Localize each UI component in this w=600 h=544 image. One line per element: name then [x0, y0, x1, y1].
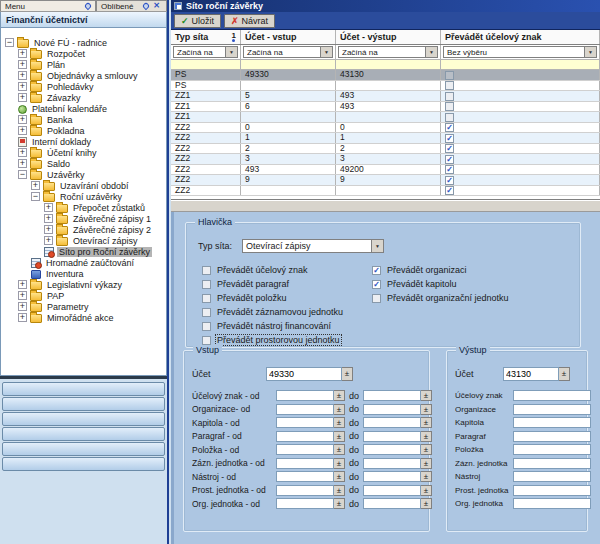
tree-item[interactable]: + Závěrečné zápisy 1: [1, 213, 166, 224]
spinner-button[interactable]: ±: [421, 390, 432, 401]
checkbox-item[interactable]: Převádět prostorovou jednotku: [202, 333, 344, 347]
checkbox-box[interactable]: [202, 280, 211, 289]
to-input[interactable]: [363, 458, 421, 469]
chevron-down-icon[interactable]: ▼: [425, 47, 437, 57]
table-row[interactable]: ZZ2 9 9 ✓: [171, 175, 600, 186]
tree-item[interactable]: Interní doklady: [1, 136, 166, 147]
new-row-entry[interactable]: [171, 60, 600, 70]
from-input[interactable]: [276, 444, 334, 455]
table-row[interactable]: ZZ1 5 493: [171, 91, 600, 102]
table-row[interactable]: ZZ2 2 2 ✓: [171, 144, 600, 155]
ucet-vstup-input[interactable]: [266, 367, 342, 381]
from-input[interactable]: [276, 417, 334, 428]
row-checkbox[interactable]: [445, 81, 454, 90]
from-input[interactable]: [276, 458, 334, 469]
spinner-button[interactable]: ±: [421, 498, 432, 509]
tree-item[interactable]: + Plán: [1, 59, 166, 70]
spinner-button[interactable]: ±: [334, 390, 345, 401]
pin-icon[interactable]: [142, 2, 150, 10]
value-input[interactable]: [513, 417, 591, 428]
tree-expander[interactable]: +: [18, 126, 27, 135]
spinner-button[interactable]: ±: [334, 444, 345, 455]
checkbox-box[interactable]: [372, 294, 381, 303]
tree-item[interactable]: + Závazky: [1, 92, 166, 103]
pin-icon[interactable]: [84, 2, 92, 10]
tree-item[interactable]: + Rozpočet: [1, 48, 166, 59]
tree-expander[interactable]: +: [18, 280, 27, 289]
horizontal-splitter[interactable]: [171, 200, 600, 212]
tree-expander[interactable]: +: [18, 159, 27, 168]
checkbox-box[interactable]: ✓: [372, 280, 381, 289]
from-input[interactable]: [276, 485, 334, 496]
checkbox-box[interactable]: [202, 294, 211, 303]
table-row[interactable]: ZZ2 3 3 ✓: [171, 154, 600, 165]
row-checkbox[interactable]: ✓: [445, 176, 454, 185]
close-icon[interactable]: ✕: [151, 2, 162, 10]
module-button[interactable]: [2, 442, 165, 456]
checkbox-item[interactable]: ✓ Převádět kapitolu: [372, 277, 510, 291]
tree-item[interactable]: + Přepočet zůstatků: [1, 202, 166, 213]
tree-expander[interactable]: −: [31, 192, 40, 201]
row-checkbox[interactable]: [445, 113, 454, 122]
row-checkbox[interactable]: ✓: [445, 134, 454, 143]
tree-expander[interactable]: +: [18, 291, 27, 300]
tree-item[interactable]: Inventura: [1, 268, 166, 279]
tree-expander[interactable]: +: [18, 82, 27, 91]
tree-item[interactable]: + Objednávky a smlouvy: [1, 70, 166, 81]
checkbox-box[interactable]: [202, 336, 211, 345]
from-input[interactable]: [276, 390, 334, 401]
filter-combo-vystup[interactable]: Začíná na▼: [338, 46, 438, 58]
table-row[interactable]: PS 49330 43130: [171, 70, 600, 81]
filter-combo-typ[interactable]: Začíná na▼: [173, 46, 238, 58]
to-input[interactable]: [363, 485, 421, 496]
row-checkbox[interactable]: [445, 92, 454, 101]
table-row[interactable]: ZZ2 1 1 ✓: [171, 133, 600, 144]
module-button[interactable]: [2, 427, 165, 441]
tree-item[interactable]: + Pokladna: [1, 125, 166, 136]
tree-item[interactable]: + Uzavírání období: [1, 180, 166, 191]
to-input[interactable]: [363, 390, 421, 401]
to-input[interactable]: [363, 417, 421, 428]
tree-expander[interactable]: +: [18, 60, 27, 69]
tree-expander[interactable]: +: [18, 302, 27, 311]
to-input[interactable]: [363, 471, 421, 482]
table-row[interactable]: ZZ2 493 49200 ✓: [171, 165, 600, 176]
spinner-button[interactable]: ±: [334, 417, 345, 428]
spinner-button[interactable]: ±: [421, 444, 432, 455]
spinner-button[interactable]: ±: [421, 417, 432, 428]
tree-expander[interactable]: −: [18, 170, 27, 179]
checkbox-box[interactable]: [202, 266, 211, 275]
from-input[interactable]: [276, 471, 334, 482]
tree-expander[interactable]: +: [18, 93, 27, 102]
tree-expander[interactable]: +: [44, 236, 53, 245]
chevron-down-icon[interactable]: ▼: [225, 47, 237, 57]
tree-item-selected[interactable]: Síto pro Roční závěrky: [1, 246, 166, 257]
spinner-button[interactable]: ±: [421, 404, 432, 415]
to-input[interactable]: [363, 431, 421, 442]
tab-menu[interactable]: Menu: [0, 0, 96, 11]
tree-expander[interactable]: +: [18, 313, 27, 322]
chevron-down-icon[interactable]: ▼: [584, 47, 596, 57]
spinner-button[interactable]: ±: [421, 485, 432, 496]
tree-item[interactable]: − Roční uzávěrky: [1, 191, 166, 202]
module-button[interactable]: [2, 382, 165, 396]
spinner-button[interactable]: ±: [334, 431, 345, 442]
table-row[interactable]: ZZ2 ✓: [171, 186, 600, 197]
spinner-button[interactable]: ±: [334, 404, 345, 415]
spinner-button[interactable]: ±: [334, 458, 345, 469]
tree-item[interactable]: + Účetní knihy: [1, 147, 166, 158]
column-header-typ-sita[interactable]: Typ síta 1: [171, 30, 241, 44]
module-button[interactable]: [2, 397, 165, 411]
save-button[interactable]: ✓ Uložit: [174, 14, 221, 28]
tree-item[interactable]: Hromadné zaúčtování: [1, 257, 166, 268]
row-checkbox[interactable]: ✓: [445, 165, 454, 174]
row-checkbox[interactable]: [445, 102, 454, 111]
value-input[interactable]: [513, 404, 591, 415]
table-row[interactable]: PS: [171, 81, 600, 92]
tree-expander[interactable]: +: [44, 225, 53, 234]
checkbox-item[interactable]: Převádět účelový znak: [202, 263, 344, 277]
spinner-button[interactable]: ±: [421, 471, 432, 482]
checkbox-item[interactable]: Převádět organizační jednotku: [372, 291, 510, 305]
column-header-ucet-vystup[interactable]: Účet - výstup: [336, 30, 441, 44]
value-input[interactable]: [513, 471, 591, 482]
